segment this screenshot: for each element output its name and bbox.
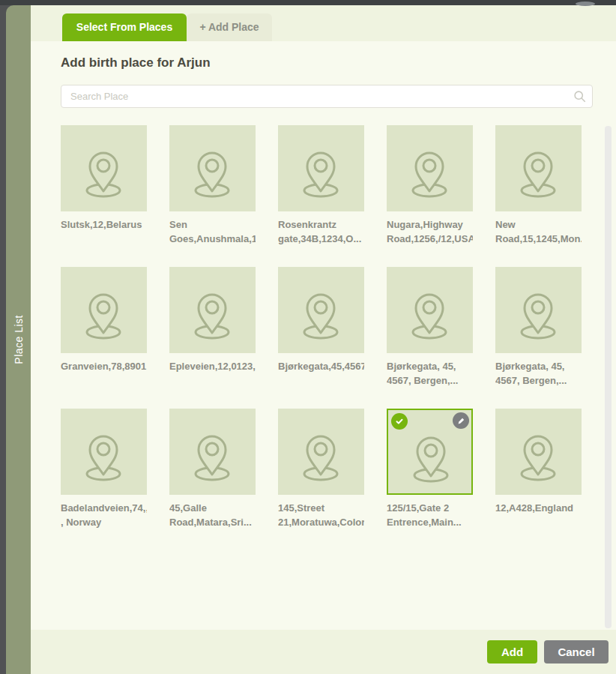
window-top-bar	[0, 0, 616, 5]
place-card[interactable]: New Road,15,1245,Mon...	[495, 125, 582, 267]
place-picker-dialog: Place List Select From Places + Add Plac…	[0, 0, 616, 674]
tab-add-place[interactable]: + Add Place	[187, 13, 272, 41]
place-label: 145,Street 21,Moratuwa,Color	[278, 501, 364, 529]
place-card[interactable]: Bjørkegata,45,4567	[278, 267, 364, 409]
place-card[interactable]: Sen Goes,Anushmala,1	[169, 125, 256, 267]
map-pin-icon	[405, 144, 453, 198]
place-label: Bjørkegata,45,4567	[278, 359, 364, 373]
map-pin-icon	[407, 429, 455, 483]
place-card[interactable]: Slutsk,12,Belarus	[61, 125, 147, 267]
vertical-scrollbar[interactable]	[605, 126, 612, 628]
place-list-label: Place List	[13, 315, 25, 364]
map-pin-icon	[297, 144, 345, 198]
place-label: Bjørkegata, 45, 4567, Bergen,...	[387, 359, 473, 388]
search-box	[61, 85, 593, 108]
search-icon	[573, 90, 586, 103]
place-label: Sen Goes,Anushmala,1	[169, 217, 256, 246]
place-card[interactable]: 125/15,Gate 2 Entrence,Main...	[387, 409, 473, 550]
dialog-footer: Add Cancel	[31, 630, 616, 674]
top-bar-notch	[576, 1, 595, 6]
place-card[interactable]: Bjørkegata, 45, 4567, Bergen,...	[495, 267, 582, 409]
search-input[interactable]	[61, 85, 593, 108]
add-button[interactable]: Add	[487, 640, 537, 664]
place-label: Granveien,78,8901	[61, 359, 147, 373]
dialog-body: Add birth place for Arjun	[31, 41, 616, 630]
place-card[interactable]: Badelandveien,74,, , Norway	[61, 409, 147, 550]
tab-bar: Select From Places + Add Place	[31, 5, 616, 41]
place-card[interactable]: Rosenkrantz gate,34B,1234,O...	[278, 125, 364, 267]
place-card[interactable]: Bjørkegata, 45, 4567, Bergen,...	[387, 267, 473, 409]
map-pin-icon	[79, 427, 127, 481]
place-card[interactable]: Epleveien,12,0123,	[169, 267, 256, 409]
place-label: Epleveien,12,0123,	[169, 359, 256, 373]
dialog-panel: Place List Select From Places + Add Plac…	[6, 5, 616, 674]
map-pin-icon	[405, 286, 453, 340]
map-pin-icon	[514, 144, 562, 198]
place-label: 125/15,Gate 2 Entrence,Main...	[387, 501, 473, 529]
cancel-button[interactable]: Cancel	[544, 640, 609, 664]
map-pin-icon	[188, 286, 236, 340]
place-label: Badelandveien,74,, , Norway	[61, 501, 147, 529]
place-card[interactable]: 45,Galle Road,Matara,Sri...	[169, 409, 256, 550]
place-label: Rosenkrantz gate,34B,1234,O...	[278, 217, 364, 246]
place-label: Nugara,Highway Road,1256,/12,USA	[387, 217, 473, 246]
map-pin-icon	[514, 286, 562, 340]
place-list-side-tab[interactable]: Place List	[6, 5, 31, 674]
place-card[interactable]: 12,A428,England	[495, 409, 582, 550]
map-pin-icon	[297, 427, 345, 481]
tab-select-from-places[interactable]: Select From Places	[62, 13, 187, 41]
map-pin-icon	[514, 427, 562, 481]
map-pin-icon	[297, 286, 345, 340]
map-pin-icon	[79, 286, 127, 340]
map-pin-icon	[188, 427, 236, 481]
place-grid: Slutsk,12,Belarus Sen Goes,Anushmala,1	[61, 125, 582, 550]
selected-check-icon	[391, 413, 408, 430]
place-card[interactable]: Nugara,Highway Road,1256,/12,USA	[387, 125, 473, 267]
edit-pencil-icon[interactable]	[453, 412, 469, 429]
map-pin-icon	[79, 144, 127, 198]
place-label: Slutsk,12,Belarus	[61, 217, 147, 232]
map-pin-icon	[188, 144, 236, 198]
place-label: 45,Galle Road,Matara,Sri...	[169, 501, 256, 529]
place-label: Bjørkegata, 45, 4567, Bergen,...	[495, 359, 582, 388]
page-title: Add birth place for Arjun	[61, 55, 211, 70]
place-card[interactable]: Granveien,78,8901	[61, 267, 147, 409]
place-card[interactable]: 145,Street 21,Moratuwa,Color	[278, 409, 364, 550]
place-label: 12,A428,England	[495, 501, 582, 515]
dialog-main: Select From Places + Add Place Add birth…	[31, 5, 616, 674]
place-label: New Road,15,1245,Mon...	[495, 217, 582, 246]
